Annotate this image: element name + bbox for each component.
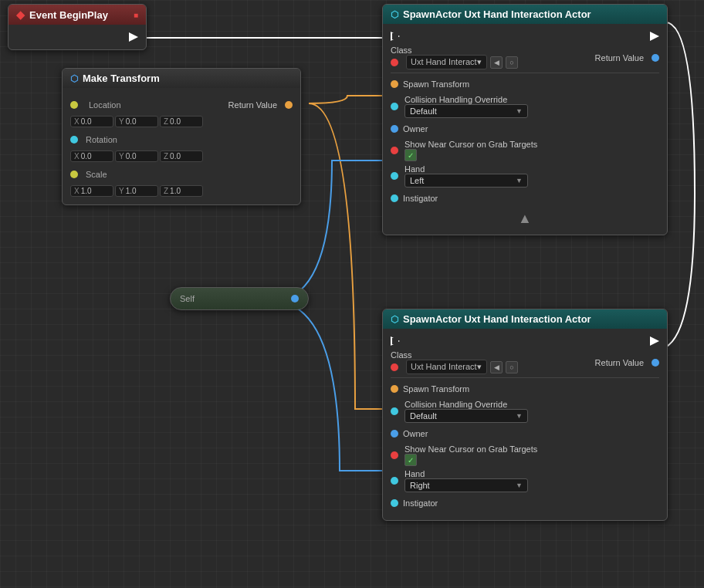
spawn1-more-indicator: ▲ xyxy=(391,209,659,228)
location-z-field[interactable]: Z0.0 xyxy=(160,116,203,127)
return-value-label: Return Value xyxy=(228,100,277,110)
self-label: Self xyxy=(180,294,195,303)
rotation-z-field[interactable]: Z0.0 xyxy=(160,150,203,162)
spawn2-collision-row: Collision Handling Override Default ▼ xyxy=(391,400,659,423)
spawn1-return-label: Return Value xyxy=(595,53,644,63)
spawn2-exec-out[interactable] xyxy=(650,336,659,346)
spawn2-collision-pin[interactable] xyxy=(391,407,398,415)
spawn2-owner-pin[interactable] xyxy=(391,430,398,438)
spawn1-class-input[interactable]: Uxt Hand Interact▾ xyxy=(406,55,487,69)
spawn-actor-2-title: SpawnActor Uxt Hand Interaction Actor xyxy=(403,313,591,325)
close-icon[interactable]: ■ xyxy=(134,11,138,19)
event-begin-play-header: ◆ Event BeginPlay ■ xyxy=(8,5,146,25)
rotation-x-field[interactable]: X0.0 xyxy=(70,150,113,162)
spawn2-show-cursor-label: Show Near Cursor on Grab Targets xyxy=(404,444,659,454)
location-y-field[interactable]: Y0.0 xyxy=(115,116,158,127)
scale-x-field[interactable]: X1.0 xyxy=(70,185,113,197)
make-transform-body: Location Return Value X0.0 Y0.0 Z0.0 Rot… xyxy=(63,88,300,204)
spawn2-show-near-cursor-row: Show Near Cursor on Grab Targets ✓ xyxy=(391,444,659,466)
location-pin[interactable] xyxy=(70,101,78,109)
exec-out-pin[interactable] xyxy=(129,32,138,42)
func-icon: ⬡ xyxy=(70,73,78,84)
spawn2-return-pin[interactable] xyxy=(652,359,659,367)
rotation-y-field[interactable]: Y0.0 xyxy=(115,150,158,162)
spawn2-class-label: Class xyxy=(391,350,518,360)
return-value-pin[interactable] xyxy=(285,101,293,109)
scale-xyz-row: X1.0 Y1.0 Z1.0 xyxy=(70,185,293,197)
spawn1-hand-dropdown[interactable]: Left ▼ xyxy=(404,174,528,188)
spawn1-hand-arrow: ▼ xyxy=(516,177,523,184)
scale-label: Scale xyxy=(86,170,107,179)
self-out-pin[interactable] xyxy=(291,295,299,302)
spawn1-instigator-pin[interactable] xyxy=(391,194,398,202)
spawn1-owner-pin[interactable] xyxy=(391,125,398,133)
spawn1-exec-out[interactable] xyxy=(650,32,659,41)
spawn1-class-pin[interactable] xyxy=(391,59,398,66)
spawn1-collision-pin[interactable] xyxy=(391,103,398,110)
spawn1-collision-row: Collision Handling Override Default ▼ xyxy=(391,95,659,118)
spawn1-show-cursor-pin[interactable] xyxy=(391,147,398,154)
spawn1-spawn-transform-label: Spawn Transform xyxy=(403,79,659,89)
spawn2-spawn-transform-row: Spawn Transform xyxy=(391,381,659,397)
exec-wire-2 xyxy=(665,22,695,347)
spawn2-class-clear-btn[interactable]: ○ xyxy=(506,361,518,373)
make-transform-title: Make Transform xyxy=(83,73,160,84)
rotation-xyz-row: X0.0 Y0.0 Z0.0 xyxy=(70,150,293,162)
location-xyz-row: X0.0 Y0.0 Z0.0 xyxy=(70,116,293,127)
spawn2-exec-in[interactable] xyxy=(391,336,400,346)
spawn2-class-pin[interactable] xyxy=(391,363,398,371)
spawn2-class-input-row: Uxt Hand Interact▾ ◀ ○ xyxy=(391,360,518,374)
rotation-row: Rotation xyxy=(70,132,293,147)
spawn1-spawn-transform-row: Spawn Transform xyxy=(391,76,659,92)
spawn1-class-return-row: Class Uxt Hand Interact▾ ◀ ○ Return Valu… xyxy=(391,46,659,69)
spawn2-spawntransform-pin[interactable] xyxy=(391,385,398,393)
spawn2-collision-dropdown[interactable]: Default ▼ xyxy=(404,409,528,423)
spawn-icon-1: ⬡ xyxy=(391,9,398,20)
location-x-field[interactable]: X0.0 xyxy=(70,116,113,127)
scale-y-field[interactable]: Y1.0 xyxy=(115,185,158,197)
spawn1-collision-dropdown[interactable]: Default ▼ xyxy=(404,104,528,118)
spawn2-owner-label: Owner xyxy=(403,429,659,438)
rotation-pin[interactable] xyxy=(70,136,78,144)
spawn2-instigator-row: Instigator xyxy=(391,495,659,511)
spawn-icon-2: ⬡ xyxy=(391,314,398,325)
spawn2-hand-row: Hand Right ▼ xyxy=(391,469,659,492)
spawn1-class-label: Class xyxy=(391,46,518,55)
spawn2-collision-arrow: ▼ xyxy=(516,412,523,420)
spawn-actor-2-header: ⬡ SpawnActor Uxt Hand Interaction Actor xyxy=(383,309,667,329)
event-icon: ◆ xyxy=(16,8,25,21)
spawn2-show-cursor-pin[interactable] xyxy=(391,451,398,459)
location-label: Location xyxy=(89,100,121,110)
spawn-actor-1-header: ⬡ SpawnActor Uxt Hand Interaction Actor xyxy=(383,5,667,24)
exec-row xyxy=(16,31,138,43)
scale-pin[interactable] xyxy=(70,171,78,178)
rotation-label: Rotation xyxy=(86,135,117,144)
spawn2-spawn-transform-label: Spawn Transform xyxy=(403,384,659,394)
location-return-row: Location Return Value xyxy=(70,97,293,113)
spawn1-spawntransform-pin[interactable] xyxy=(391,80,398,88)
spawn2-class-browse-btn[interactable]: ◀ xyxy=(490,361,503,373)
spawn2-show-cursor-checkbox[interactable]: ✓ xyxy=(404,454,417,466)
scale-z-field[interactable]: Z1.0 xyxy=(160,185,203,197)
spawn2-class-input[interactable]: Uxt Hand Interact▾ xyxy=(406,360,487,374)
spawn2-hand-pin[interactable] xyxy=(391,477,398,485)
spawn2-hand-dropdown[interactable]: Right ▼ xyxy=(404,478,528,492)
spawn1-show-cursor-label: Show Near Cursor on Grab Targets xyxy=(404,140,659,149)
spawn-actor-1-title: SpawnActor Uxt Hand Interaction Actor xyxy=(403,8,591,20)
spawn1-return-pin[interactable] xyxy=(652,54,659,62)
spawn1-hand-pin[interactable] xyxy=(391,172,398,180)
spawn1-show-cursor-checkbox[interactable]: ✓ xyxy=(404,149,417,161)
spawn1-class-clear-btn[interactable]: ○ xyxy=(506,56,518,69)
self-node-body: Self xyxy=(171,288,308,309)
make-transform-node: ⬡ Make Transform Location Return Value X… xyxy=(62,68,301,205)
spawn2-instigator-pin[interactable] xyxy=(391,499,398,507)
spawn2-exec-row xyxy=(391,335,659,347)
spawn-actor-2-node: ⬡ SpawnActor Uxt Hand Interaction Actor … xyxy=(382,309,668,521)
event-begin-play-body xyxy=(8,25,146,49)
spawn1-collision-arrow: ▼ xyxy=(516,107,523,115)
spawn1-exec-in[interactable] xyxy=(391,32,400,41)
make-transform-header: ⬡ Make Transform xyxy=(63,69,300,88)
scale-row: Scale xyxy=(70,167,293,182)
spawn1-class-browse-btn[interactable]: ◀ xyxy=(490,56,503,69)
spawn1-owner-label: Owner xyxy=(403,124,659,133)
